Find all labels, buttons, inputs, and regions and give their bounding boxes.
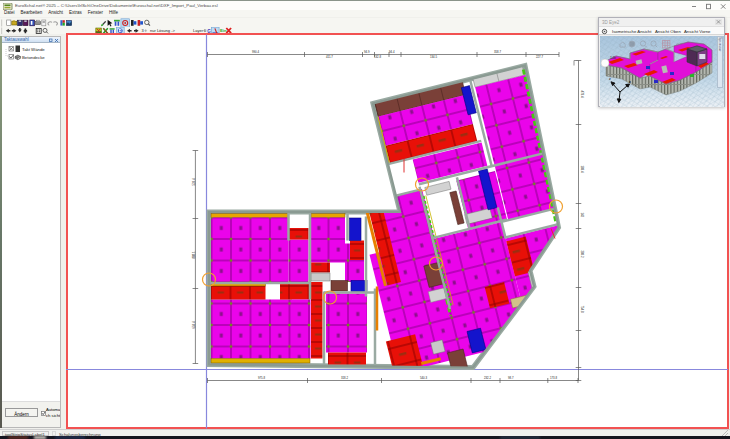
svg-text:14b: 14b [610, 56, 616, 60]
svg-text:411.7: 411.7 [326, 55, 333, 59]
svg-text:540.3: 540.3 [420, 376, 427, 380]
svg-text:x: x [629, 80, 631, 84]
svg-text:524.4: 524.4 [192, 178, 196, 185]
svg-text:94.9: 94.9 [364, 49, 370, 53]
svg-text:280.2: 280.2 [580, 250, 584, 257]
svg-text:94.4: 94.4 [389, 49, 395, 53]
svg-text:318.2: 318.2 [341, 376, 348, 380]
svg-text:227.7: 227.7 [536, 55, 543, 59]
svg-text:888.1: 888.1 [192, 251, 196, 258]
svg-text:173.8: 173.8 [550, 376, 557, 380]
svg-text:z: z [609, 77, 611, 81]
svg-text:358.7: 358.7 [494, 49, 501, 53]
svg-text:990.4: 990.4 [252, 49, 259, 53]
svg-text:98.7: 98.7 [508, 376, 514, 380]
svg-text:634.4: 634.4 [192, 321, 196, 328]
svg-text:142: 142 [580, 212, 584, 217]
svg-text:232.2: 232.2 [484, 376, 491, 380]
svg-text:478.4: 478.4 [580, 90, 584, 97]
svg-text:134.5: 134.5 [430, 55, 437, 59]
svg-text:975.8: 975.8 [258, 376, 265, 380]
svg-text:132.8: 132.8 [374, 55, 381, 59]
svg-text:754.8: 754.8 [580, 305, 584, 312]
svg-text:188.4: 188.4 [580, 165, 584, 172]
